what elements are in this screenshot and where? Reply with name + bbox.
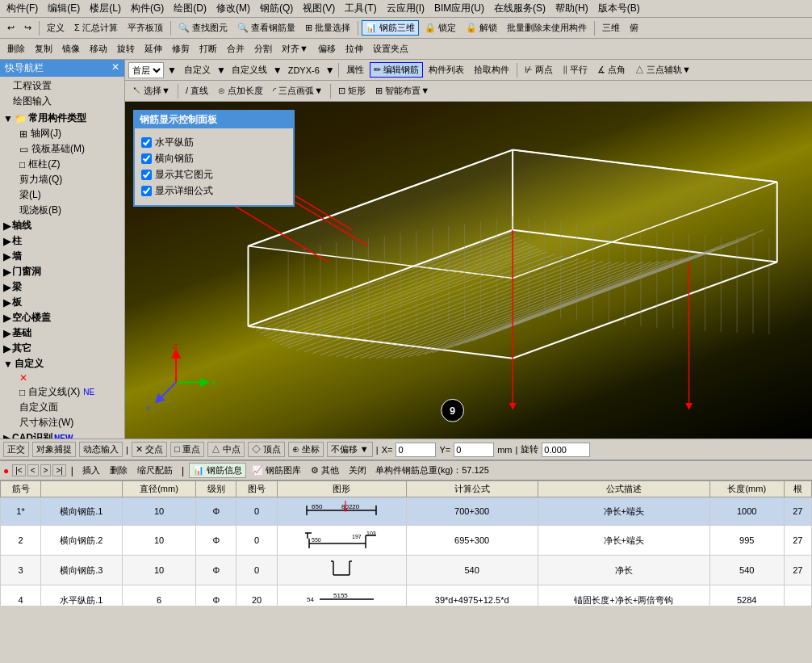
floor-select[interactable]: 首层 — [128, 62, 164, 78]
nav-last[interactable]: >| — [52, 464, 65, 476]
checkbox-horizontal-rebar[interactable] — [141, 137, 152, 148]
checkbox-transverse-rebar[interactable] — [141, 153, 152, 164]
btn-pick-component[interactable]: 拾取构件 — [470, 62, 513, 78]
btn-remove[interactable]: 删除 — [106, 463, 132, 478]
btn-undo[interactable]: ↩ — [3, 21, 19, 35]
btn-define[interactable]: 定义 — [43, 20, 69, 36]
btn-orthogonal[interactable]: 正交 — [3, 442, 29, 457]
btn-other[interactable]: ⚙ 其他 — [307, 463, 343, 478]
btn-delete[interactable]: 删除 — [3, 41, 29, 57]
btn-trim[interactable]: 修剪 — [168, 41, 194, 57]
btn-floor-level[interactable]: 平齐板顶 — [123, 20, 167, 36]
sidebar-item-foundation[interactable]: ▭ 筏板基础(M) — [0, 141, 124, 157]
btn-insert[interactable]: 插入 — [78, 463, 104, 478]
sidebar-item-column[interactable]: □ 框柱(Z) — [0, 157, 124, 172]
btn-zdyx[interactable]: ZDYX-6 — [284, 64, 324, 77]
checkbox-formula[interactable] — [141, 186, 152, 196]
btn-arc[interactable]: ◜ 三点画弧▼ — [269, 83, 327, 99]
btn-lock[interactable]: 🔒 锁定 — [421, 20, 460, 36]
sidebar-item-drawing-input[interactable]: 绘图输入 — [0, 94, 124, 109]
btn-split[interactable]: 分割 — [250, 41, 276, 57]
rotate-input[interactable] — [542, 443, 590, 457]
btn-redo[interactable]: ↪ — [20, 21, 36, 35]
btn-component-list[interactable]: 构件列表 — [425, 62, 468, 78]
menu-bim[interactable]: BIM应用(U) — [429, 0, 489, 17]
menu-cloud[interactable]: 云应用(I) — [382, 0, 429, 17]
menu-online[interactable]: 在线服务(S) — [489, 0, 550, 17]
sidebar-group-custom[interactable]: ▼ 自定义 — [0, 356, 124, 371]
btn-parallel[interactable]: ∥ 平行 — [559, 62, 592, 78]
btn-calculate[interactable]: Σ 汇总计算 — [70, 20, 122, 36]
sidebar-group-beam[interactable]: ▶ 梁 — [0, 279, 124, 295]
btn-no-offset[interactable]: 不偏移 ▼ — [327, 442, 373, 457]
menu-floor[interactable]: 楼层(L) — [85, 0, 126, 17]
menu-help[interactable]: 帮助(H) — [550, 0, 593, 17]
menu-modify[interactable]: 修改(M) — [211, 0, 255, 17]
sidebar-group-other[interactable]: ▶ 其它 — [0, 341, 124, 356]
menu-file[interactable]: 构件(F) — [2, 0, 43, 17]
btn-vertex[interactable]: ◇ 顶点 — [248, 442, 285, 457]
sidebar-item-axis[interactable]: ⊞ 轴网(J) — [0, 126, 124, 141]
btn-offset[interactable]: 偏移 — [314, 41, 340, 57]
btn-find-element[interactable]: 🔍 查找图元 — [174, 20, 232, 36]
btn-move[interactable]: 移动 — [86, 41, 111, 57]
btn-rotate[interactable]: 旋转 — [113, 41, 139, 57]
btn-object-snap[interactable]: 对象捕捉 — [32, 442, 76, 457]
btn-top-view[interactable]: 俯 — [626, 20, 642, 36]
sidebar-item-slab[interactable]: 现浇板(B) — [0, 203, 124, 218]
btn-rebar-info[interactable]: 📊 钢筋信息 — [189, 463, 246, 478]
btn-merge[interactable]: 合并 — [223, 41, 249, 57]
menu-draw[interactable]: 绘图(D) — [169, 0, 211, 17]
table-row[interactable]: 2 横向钢筋.2 10 Φ 0 550 197 103 — [1, 526, 812, 556]
btn-batch-select[interactable]: ⊞ 批量选择 — [301, 20, 354, 36]
menu-rebar[interactable]: 钢筋(Q) — [255, 0, 298, 17]
btn-copy[interactable]: 复制 — [31, 41, 57, 57]
btn-rebar-3d[interactable]: 📊 钢筋三维 — [362, 20, 419, 36]
btn-unlock[interactable]: 🔓 解锁 — [462, 20, 501, 36]
btn-canvas-define[interactable]: 自定义 — [180, 62, 215, 78]
btn-set-grip[interactable]: 设置夹点 — [369, 41, 412, 57]
btn-close-panel[interactable]: 关闭 — [345, 463, 370, 478]
btn-three-point[interactable]: △ 三点辅轨▼ — [631, 62, 695, 78]
menu-component[interactable]: 构件(G) — [126, 0, 169, 17]
table-row[interactable]: 3 横向钢筋.3 10 Φ 0 — [1, 556, 812, 585]
menu-edit[interactable]: 编辑(E) — [43, 0, 85, 17]
sidebar-item-custom-line[interactable]: □ 自定义线(X) NE — [0, 384, 124, 400]
canvas-3d[interactable]: 9 X Z Y — [125, 102, 812, 439]
nav-next[interactable]: > — [40, 464, 52, 476]
sidebar-group-hollow[interactable]: ▶ 空心楼盖 — [0, 310, 124, 325]
btn-endpoint[interactable]: □ 重点 — [170, 442, 204, 457]
btn-break[interactable]: 打断 — [195, 41, 221, 57]
btn-property[interactable]: 属性 — [342, 62, 368, 78]
sidebar-group-foundation[interactable]: ▶ 基础 — [0, 325, 124, 341]
sidebar-group-door-window[interactable]: ▶ 门窗洞 — [0, 264, 124, 279]
sidebar-group-slab2[interactable]: ▶ 板 — [0, 295, 124, 310]
btn-point-length[interactable]: ⊙ 点加长度 — [214, 83, 267, 99]
sidebar-pin[interactable]: ✕ — [111, 61, 119, 75]
menu-version[interactable]: 版本号(B) — [593, 0, 645, 17]
sidebar-group-axis[interactable]: ▶ 轴线 — [0, 218, 124, 233]
x-input[interactable] — [396, 443, 436, 457]
sidebar-item-custom-point[interactable]: ✕ — [0, 371, 124, 384]
nav-prev[interactable]: < — [27, 464, 39, 476]
y-input[interactable] — [454, 443, 494, 457]
sidebar-group-wall[interactable]: ▶ 墙 — [0, 249, 124, 264]
sidebar-group-column[interactable]: ▶ 柱 — [0, 233, 124, 249]
btn-midpoint[interactable]: △ 中点 — [207, 442, 245, 457]
btn-line[interactable]: / 直线 — [182, 83, 212, 99]
sidebar-item-custom-face[interactable]: 自定义面 — [0, 400, 124, 415]
btn-mirror[interactable]: 镜像 — [58, 41, 84, 57]
btn-stretch[interactable]: 拉伸 — [341, 41, 367, 57]
sidebar-item-dimension[interactable]: 尺寸标注(W) — [0, 415, 124, 430]
table-row[interactable]: 4 水平纵筋.1 6 Φ 20 54 5155 39*d+4975+12.5*d… — [1, 585, 812, 606]
checkbox-other-elements[interactable] — [141, 170, 152, 180]
sidebar-item-shear-wall[interactable]: 剪力墙(Q) — [0, 172, 124, 187]
btn-point-angle[interactable]: ∡ 点角 — [593, 62, 630, 78]
btn-select[interactable]: ↖ 选择▼ — [128, 83, 174, 99]
table-row[interactable]: 1* 横向钢筋.1 10 Φ 0 650 80220 — [1, 497, 812, 526]
btn-scale-config[interactable]: 缩尺配筋 — [133, 463, 177, 478]
btn-coord[interactable]: ⊕ 坐标 — [288, 442, 324, 457]
btn-intersection[interactable]: ✕ 交点 — [132, 442, 167, 457]
btn-batch-delete[interactable]: 批量删除未使用构件 — [503, 20, 591, 36]
btn-dynamic-input[interactable]: 动态输入 — [79, 442, 123, 457]
